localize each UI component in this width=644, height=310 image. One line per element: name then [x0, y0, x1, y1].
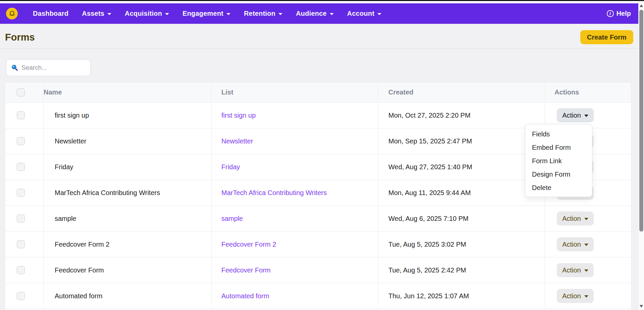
bell-icon: [8, 10, 16, 17]
caret-down-icon: [584, 115, 588, 117]
created-date: Tue, Aug 5, 2025 2:42 PM: [388, 266, 466, 274]
row-checkbox[interactable]: [17, 292, 25, 300]
list-link[interactable]: Friday: [221, 163, 240, 171]
column-header-list: List: [221, 88, 233, 96]
nav-item-dashboard[interactable]: Dashboard: [33, 10, 68, 17]
action-dropdown-button[interactable]: Action: [557, 263, 594, 277]
table-header-row: Name List Created Actions: [5, 82, 631, 102]
top-gap: [0, 1, 644, 3]
nav-item-label: Assets: [82, 10, 104, 17]
scroll-up-arrow-icon[interactable]: [640, 4, 643, 7]
created-date: Mon, Aug 11, 2025 9:44 AM: [388, 189, 471, 197]
caret-down-icon: [584, 269, 588, 272]
nav-item-retention[interactable]: Retention: [244, 10, 282, 17]
list-link[interactable]: Feedcover Form 2: [221, 241, 276, 248]
created-date: Thu, Jun 12, 2025 1:07 AM: [388, 292, 469, 300]
brand-logo[interactable]: [6, 8, 18, 19]
help-label: Help: [616, 10, 631, 17]
nav-item-engagement[interactable]: Engagement: [182, 10, 230, 17]
column-header-actions: Actions: [554, 88, 579, 96]
search-input[interactable]: [21, 64, 83, 72]
dropdown-item-design-form[interactable]: Design Form: [525, 168, 592, 181]
caret-down-icon: [584, 218, 588, 220]
table-row: sample sample Wed, Aug 6, 2025 7:10 PM A…: [5, 205, 631, 231]
nav-item-audience[interactable]: Audience: [296, 10, 334, 17]
row-checkbox[interactable]: [17, 266, 25, 274]
caret-down-icon: [107, 13, 111, 15]
list-link[interactable]: first sign up: [221, 112, 256, 119]
form-name: Automated form: [55, 292, 102, 300]
table-row: Automated form Automated form Thu, Jun 1…: [5, 283, 631, 309]
list-link[interactable]: Automated form: [221, 292, 269, 300]
list-link[interactable]: Feedcover Form: [221, 266, 271, 274]
nav-menu: DashboardAssetsAcquisitionEngagementRete…: [33, 10, 381, 17]
form-name: first sign up: [55, 112, 89, 119]
caret-down-icon: [584, 295, 588, 298]
caret-down-icon: [330, 13, 334, 15]
column-header-name: Name: [44, 88, 62, 96]
nav-item-label: Audience: [296, 10, 327, 17]
action-label: Action: [562, 241, 581, 248]
nav-item-label: Engagement: [182, 10, 223, 17]
nav-item-label: Account: [347, 10, 374, 17]
create-form-button[interactable]: Create Form: [580, 30, 633, 44]
list-link[interactable]: MarTech Africa Contributing Writers: [221, 189, 327, 197]
created-date: Wed, Aug 27, 2025 1:40 PM: [388, 163, 472, 171]
form-name: MarTech Africa Contributing Writers: [55, 189, 160, 197]
nav-item-label: Acquisition: [125, 10, 162, 17]
search-icon: [11, 64, 18, 71]
action-dropdown-button[interactable]: Action: [557, 108, 594, 122]
table-row-partial: [5, 309, 631, 310]
caret-down-icon: [165, 13, 169, 15]
caret-down-icon: [278, 13, 282, 15]
action-label: Action: [562, 215, 581, 223]
page-header: Forms Create Form: [0, 24, 638, 49]
action-dropdown-button[interactable]: Action: [557, 237, 594, 251]
list-link[interactable]: Newsletter: [221, 137, 253, 145]
top-navbar: DashboardAssetsAcquisitionEngagementRete…: [0, 3, 638, 24]
column-header-created: Created: [388, 88, 413, 96]
table-row: Feedcover Form 2 Feedcover Form 2 Tue, A…: [5, 231, 631, 257]
created-date: Mon, Sep 15, 2025 2:47 PM: [388, 137, 472, 145]
row-checkbox[interactable]: [17, 240, 25, 248]
dropdown-item-embed-form[interactable]: Embed Form: [525, 141, 592, 154]
scroll-down-arrow-icon[interactable]: [640, 305, 643, 308]
dropdown-item-form-link[interactable]: Form Link: [525, 154, 592, 168]
dropdown-item-fields[interactable]: Fields: [525, 127, 592, 141]
caret-down-icon: [584, 244, 588, 246]
form-name: Newsletter: [55, 137, 86, 145]
row-checkbox[interactable]: [17, 214, 25, 223]
vertical-scrollbar[interactable]: [638, 1, 644, 310]
dropdown-item-delete[interactable]: Delete: [525, 181, 592, 194]
row-checkbox[interactable]: [17, 189, 25, 197]
form-name: Feedcover Form: [55, 266, 104, 274]
info-icon: i: [607, 10, 614, 17]
nav-item-account[interactable]: Account: [347, 10, 381, 17]
table-row: Feedcover Form Feedcover Form Tue, Aug 5…: [5, 257, 631, 283]
action-dropdown-menu: FieldsEmbed FormForm LinkDesign FormDele…: [525, 124, 592, 197]
nav-item-label: Dashboard: [33, 10, 68, 17]
screen-top-edge: [0, 0, 644, 1]
created-date: Tue, Aug 5, 2025 3:02 PM: [388, 241, 466, 248]
help-button[interactable]: i Help: [607, 10, 631, 17]
list-link[interactable]: sample: [221, 215, 243, 223]
scrollbar-thumb[interactable]: [639, 10, 643, 232]
row-checkbox[interactable]: [17, 163, 25, 171]
created-date: Wed, Aug 6, 2025 7:10 PM: [388, 215, 469, 223]
select-all-checkbox[interactable]: [17, 88, 25, 97]
nav-item-label: Retention: [244, 10, 275, 17]
nav-item-acquisition[interactable]: Acquisition: [125, 10, 169, 17]
nav-item-assets[interactable]: Assets: [82, 10, 111, 17]
action-label: Action: [562, 266, 581, 274]
action-dropdown-button[interactable]: Action: [557, 211, 594, 226]
page-title: Forms: [5, 32, 35, 43]
created-date: Mon, Oct 27, 2025 2:20 PM: [388, 112, 471, 119]
form-name: Friday: [55, 163, 73, 171]
caret-down-icon: [226, 13, 230, 15]
row-checkbox[interactable]: [17, 137, 25, 145]
action-label: Action: [562, 112, 581, 119]
search-box[interactable]: [6, 59, 91, 76]
action-dropdown-button[interactable]: Action: [557, 289, 594, 303]
caret-down-icon: [377, 13, 381, 15]
row-checkbox[interactable]: [17, 111, 25, 119]
